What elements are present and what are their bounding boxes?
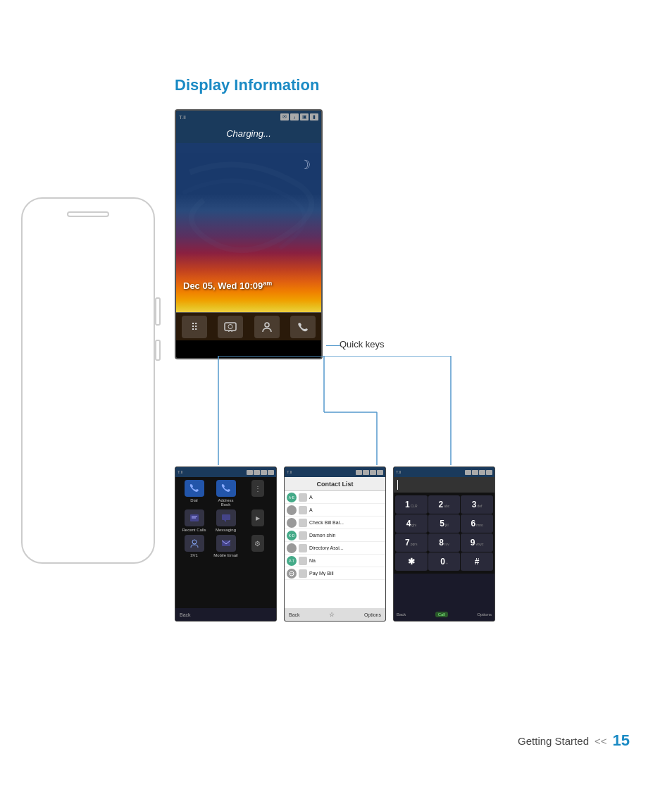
alpha-pt: P-T [287, 556, 297, 566]
app-recentcalls-label: Recent Calls [182, 528, 206, 532]
options-label-3[interactable]: Options [477, 612, 492, 617]
envelope-icon: ✉ [280, 113, 289, 120]
options-label-2[interactable]: Options [364, 612, 381, 617]
app-right2[interactable]: ▶ [245, 509, 270, 532]
back-label-2[interactable]: Back [289, 612, 300, 617]
footer-section: Getting Started [518, 735, 589, 747]
app-addressbook[interactable]: Address Book [213, 480, 239, 507]
sub-status-icons-3 [465, 470, 492, 475]
key-6[interactable]: 6mno [461, 514, 493, 533]
charging-text: Charging... [226, 128, 271, 139]
alpha-empty-6 [287, 569, 297, 579]
phone-side-btn [155, 297, 161, 326]
sub-icon-c1 [356, 470, 362, 475]
key-9[interactable]: 9wxyz [461, 533, 493, 552]
contact-screen-content: Contact List A-E A A Check Bill Bal... [285, 477, 385, 608]
contact-row-3: K-D Damon shin [285, 529, 385, 542]
tv-icon: ▣ [300, 113, 309, 120]
quick-key-contacts[interactable] [254, 316, 280, 338]
thumb-3 [299, 531, 307, 540]
back-label-3[interactable]: Back [397, 612, 406, 617]
sub-status-icons-1 [247, 470, 274, 475]
dialer-screen: 1CLR 2abc 3def 4ghi 5jkl 6mno 7p [394, 477, 494, 612]
battery-icon: ▮ [310, 113, 318, 120]
sub-icon-4 [268, 470, 274, 475]
thumb-4 [299, 544, 307, 552]
app-more[interactable]: ⋮ [245, 480, 270, 507]
sub-screen2-bottom: Back ☆ Options [285, 608, 385, 621]
sub-signal-1: T.ll [178, 470, 182, 474]
charging-area: Charging... [176, 123, 321, 143]
svg-point-1 [228, 324, 232, 328]
app-row-2: Recent Calls Messaging ▶ [178, 509, 273, 532]
app-3v1[interactable]: 3V1 [182, 535, 207, 557]
app-mobileemail[interactable]: Mobile Email [213, 535, 239, 557]
phone-outline-decorative [21, 197, 155, 564]
phone-side-btn2 [155, 340, 161, 361]
key-star[interactable]: ✱ [395, 552, 428, 571]
app-dial[interactable]: Dial [182, 480, 207, 507]
contact-row-1: A [285, 504, 385, 517]
recentcalls-icon [185, 509, 204, 526]
sub-status-bar-2: T.ll [285, 467, 385, 477]
sub-signal-3: T.ll [396, 470, 401, 474]
key-7[interactable]: 7pqrs [395, 533, 428, 552]
app-addressbook-label: Address Book [213, 498, 239, 507]
phone-speaker [67, 211, 109, 217]
footer-page: 15 [613, 731, 630, 750]
contact-list-title: Contact List [316, 481, 353, 488]
sub-icon-c4 [377, 470, 383, 475]
sub-screen-apps: T.ll Dial Addres [175, 466, 277, 622]
quick-key-phone[interactable] [290, 316, 316, 338]
alpha-ae: A-E [287, 493, 297, 502]
sub-icon-c3 [370, 470, 376, 475]
sub-screen1-bottom: Back [175, 608, 276, 621]
sub-icon-d2 [472, 470, 478, 475]
alpha-empty-1 [287, 505, 297, 515]
alpha-empty-4 [287, 543, 297, 553]
quick-key-grid[interactable]: ⠿ [182, 316, 207, 338]
contact-row-2: Check Bill Bal... [285, 517, 385, 529]
dial-icon [185, 480, 204, 497]
signal-icon: T.ll [179, 114, 186, 120]
key-1[interactable]: 1CLR [395, 495, 428, 514]
date-time-display: Dec 05, Wed 10:09am [183, 280, 272, 291]
app-messaging-label: Messaging [216, 528, 236, 532]
app-mobileemail-label: Mobile Email [213, 553, 237, 557]
more-icon-2: ▶ [251, 509, 264, 526]
sky-background: ☽ Dec 05, Wed 10:09am [176, 143, 321, 312]
status-icons: ✉ ♪ ▣ ▮ [280, 113, 318, 120]
key-4[interactable]: 4ghi [395, 514, 428, 533]
alpha-empty-2 [287, 518, 297, 528]
star-btn[interactable]: ☆ [329, 611, 335, 618]
footer-separator: << [595, 735, 607, 747]
quick-keys-bar: ⠿ [176, 312, 321, 340]
contact-row-4: Directory Assi... [285, 542, 385, 555]
sub-screens-row: T.ll Dial Addres [175, 466, 495, 622]
sub-status-icons-2 [356, 470, 383, 475]
keypad-grid: 1CLR 2abc 3def 4ghi 5jkl 6mno 7p [394, 493, 494, 574]
thumb-6 [299, 569, 307, 578]
app-gear[interactable]: ⚙ [245, 535, 270, 557]
contact-name-5: Na [309, 558, 383, 563]
key-hash[interactable]: # [461, 552, 493, 571]
sub-icon-2 [254, 470, 260, 475]
alpha-kd: K-D [287, 531, 297, 540]
app-messaging[interactable]: Messaging [213, 509, 239, 532]
key-0[interactable]: 0+ [428, 552, 461, 571]
app-3v1-label: 3V1 [190, 553, 198, 557]
key-5[interactable]: 5jkl [428, 514, 461, 533]
sub-screen3-bottom: Back Call Options [394, 608, 494, 621]
key-2[interactable]: 2abc [428, 495, 461, 514]
sub-screen-dialer: T.ll 1CLR 2abc 3def [393, 466, 495, 622]
svg-marker-15 [224, 520, 226, 522]
back-label-1[interactable]: Back [180, 612, 191, 617]
contact-title-bar: Contact List [285, 477, 385, 491]
key-8[interactable]: 8tuv [428, 533, 461, 552]
call-btn[interactable]: Call [435, 612, 448, 617]
key-3[interactable]: 3def [461, 495, 493, 514]
dialer-input[interactable] [394, 477, 494, 493]
sub-icon-d1 [465, 470, 471, 475]
app-recentcalls[interactable]: Recent Calls [182, 509, 207, 532]
quick-key-tv[interactable] [218, 316, 243, 338]
